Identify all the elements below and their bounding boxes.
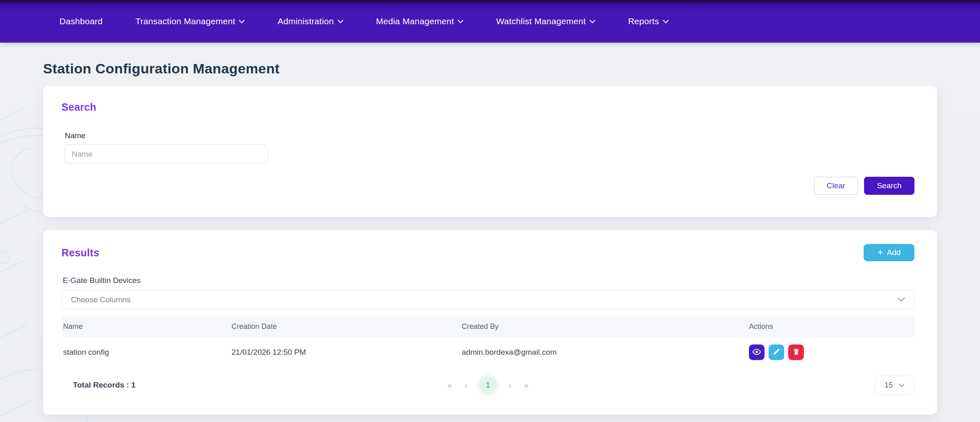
search-button[interactable]: Search — [864, 177, 914, 195]
pagination-first-button[interactable]: « — [447, 381, 452, 389]
nav-item-reports[interactable]: Reports — [628, 16, 669, 26]
nav-item-label: Transaction Management — [135, 16, 235, 26]
page-title: Station Configuration Management — [43, 61, 937, 77]
search-panel: Search Name Clear Search — [43, 86, 937, 217]
page-size-select[interactable]: 15 — [875, 376, 914, 395]
delete-button[interactable] — [788, 344, 804, 360]
results-header: Results + Add — [61, 244, 914, 261]
choose-columns-select[interactable]: Choose Columns — [61, 290, 914, 309]
nav-item-label: Reports — [628, 16, 659, 26]
plus-icon: + — [878, 247, 883, 257]
results-panel: Results + Add E-Gate Builtin Devices Cho… — [43, 230, 937, 415]
cell-actions — [747, 344, 914, 360]
view-button[interactable] — [749, 344, 764, 360]
nav-item-media-management[interactable]: Media Management — [376, 16, 463, 26]
add-button-label: Add — [887, 248, 901, 257]
column-header-creation-date: Creation Date — [230, 322, 460, 331]
search-actions: Clear Search — [61, 177, 914, 195]
nav-item-label: Dashboard — [59, 16, 102, 26]
edit-button[interactable] — [769, 344, 784, 360]
chevron-down-icon — [338, 20, 343, 23]
chevron-down-icon — [458, 20, 463, 23]
chevron-down-icon — [898, 381, 905, 389]
column-header-name: Name — [61, 322, 230, 331]
nav-item-administration[interactable]: Administration — [277, 16, 343, 26]
nav-item-label: Media Management — [376, 16, 454, 26]
nav-item-label: Watchlist Management — [496, 16, 586, 26]
cell-creation-date: 21/01/2026 12:50 PM — [230, 348, 460, 357]
pagination-last-button[interactable]: » — [524, 381, 529, 389]
chevron-down-icon — [898, 296, 905, 303]
column-header-actions: Actions — [747, 322, 914, 331]
nav-item-transaction-management[interactable]: Transaction Management — [135, 16, 245, 26]
table-row: station config 21/01/2026 12:50 PM admin… — [61, 337, 914, 368]
chevron-down-icon — [663, 20, 669, 23]
trash-icon — [792, 348, 800, 357]
name-field-group: Name — [65, 131, 914, 164]
chevron-down-icon — [239, 20, 245, 23]
pagination: « ‹ 1 › » — [447, 376, 529, 394]
nav-item-label: Administration — [277, 16, 333, 26]
results-table: Name Creation Date Created By Actions st… — [61, 317, 914, 368]
top-navbar: Dashboard Transaction Management Adminis… — [0, 0, 980, 43]
page-size-value: 15 — [885, 381, 893, 390]
search-heading: Search — [61, 101, 914, 113]
clear-button[interactable]: Clear — [814, 177, 858, 195]
name-field-label: Name — [65, 131, 914, 140]
column-header-created-by: Created By — [460, 322, 747, 331]
add-button[interactable]: + Add — [864, 244, 914, 261]
eye-icon — [752, 347, 761, 358]
choose-columns-placeholder: Choose Columns — [71, 295, 131, 304]
table-footer: Total Records : 1 « ‹ 1 › » 15 — [61, 370, 914, 400]
chevron-down-icon — [590, 20, 595, 23]
pagination-next-button[interactable]: › — [509, 381, 512, 389]
pencil-icon — [772, 348, 780, 357]
name-input[interactable] — [65, 144, 268, 164]
results-heading: Results — [61, 247, 99, 259]
cell-name: station config — [61, 348, 230, 357]
cell-created-by: admin.bordexa@gmail.com — [460, 348, 747, 357]
page-size-wrap: 15 — [529, 376, 914, 395]
total-records: Total Records : 1 — [61, 381, 447, 390]
nav-item-watchlist-management[interactable]: Watchlist Management — [496, 16, 595, 26]
devices-group-label: E-Gate Builtin Devices — [63, 276, 914, 285]
pagination-prev-button[interactable]: ‹ — [464, 381, 467, 389]
nav-item-dashboard[interactable]: Dashboard — [59, 16, 102, 26]
pagination-current-page[interactable]: 1 — [479, 376, 497, 394]
table-header-row: Name Creation Date Created By Actions — [61, 317, 914, 337]
